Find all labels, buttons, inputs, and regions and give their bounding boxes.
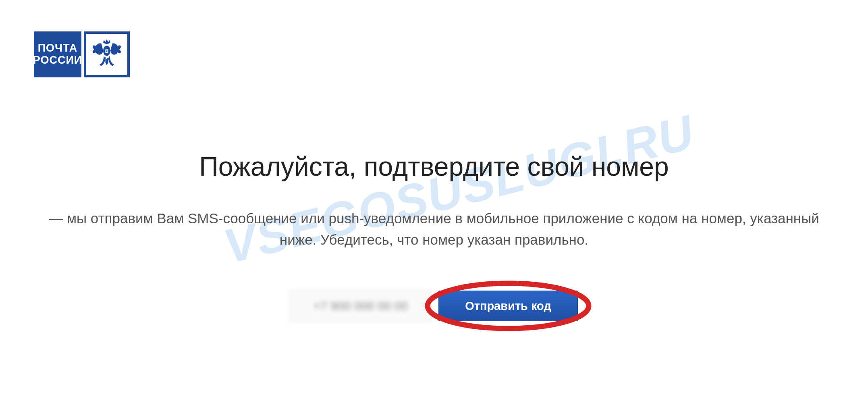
main-content: Пожалуйста, подтвердите свой номер — мы … <box>0 151 868 321</box>
phone-input[interactable] <box>290 291 431 321</box>
eagle-emblem-icon <box>89 36 125 73</box>
send-code-button[interactable]: Отправить код <box>438 291 578 321</box>
brand-logo: ПОЧТА РОССИИ <box>34 31 130 77</box>
svg-point-2 <box>106 50 108 52</box>
description-text: — мы отправим Вам SMS-сообщение или push… <box>47 208 821 250</box>
logo-text-line1: ПОЧТА <box>38 42 78 54</box>
submit-button-wrapper: Отправить код <box>438 291 578 321</box>
logo-text-box: ПОЧТА РОССИИ <box>34 31 81 77</box>
logo-text-line2: РОССИИ <box>33 54 82 66</box>
confirm-form: Отправить код <box>0 291 868 321</box>
page-title: Пожалуйста, подтвердите свой номер <box>0 151 868 182</box>
logo-emblem-box <box>84 31 130 77</box>
